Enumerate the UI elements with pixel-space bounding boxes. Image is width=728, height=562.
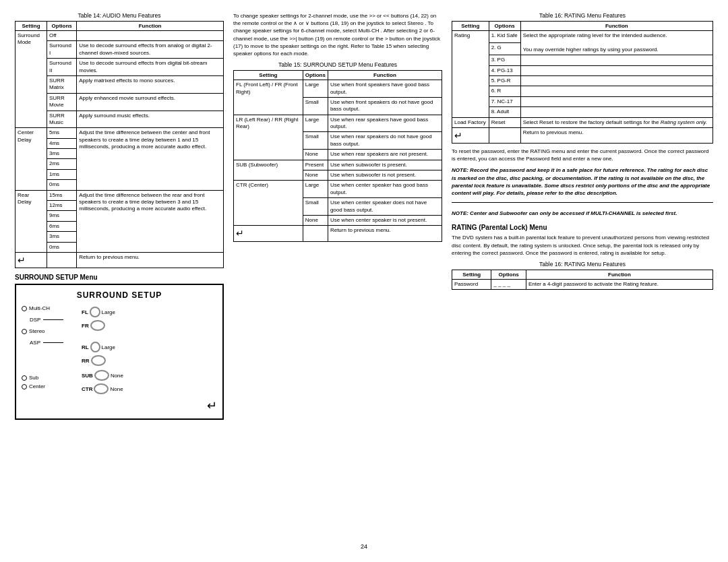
option-15ms: 15ms: [47, 190, 76, 200]
table-row: CTR (Center) Large Use when center speak…: [234, 181, 442, 198]
option-large-fl: Large: [303, 80, 328, 98]
option-none-sub: None: [303, 170, 328, 181]
option-3ms-rear: 3ms: [47, 232, 76, 242]
surround-table-title: Table 15: SURROUND SETUP Menu Features: [233, 61, 442, 68]
table-row: Rating 1. Kid Safe Select the appropriat…: [452, 31, 713, 43]
surround-col-function: Function: [328, 71, 442, 80]
option-small-lr: Small: [303, 132, 328, 150]
option-6ms: 6ms: [47, 221, 76, 231]
function-adult: [520, 107, 712, 117]
function-pg13: [520, 65, 712, 75]
table-row: FL (Front Left) / FR (Front Right) Large…: [234, 80, 442, 98]
col-left: Table 14: AUDIO Menu Features Setting Op…: [15, 12, 224, 538]
t2-col-setting: Setting: [452, 270, 491, 279]
option-pg: 3. PG: [489, 55, 520, 65]
surround-col-options: Options: [303, 71, 328, 80]
table-row: LR (Left Rear) / RR (Right Rear) Large U…: [234, 115, 442, 132]
multi-ch-radio-row: Multi-CH: [22, 305, 79, 311]
option-none-ctr: None: [303, 215, 328, 225]
sub-radio-row: Sub: [22, 375, 79, 381]
back-option-surround: [303, 226, 328, 241]
rr-label: RR: [82, 358, 90, 364]
t2-col-function: Function: [526, 270, 712, 279]
option-small-ctr: Small: [303, 198, 328, 216]
lr-rr-setting: LR (Left Rear) / RR (Right Rear): [234, 115, 303, 160]
password-setting: Password: [452, 279, 491, 289]
option-g: 2. G: [489, 43, 520, 55]
table-row: 6. R: [452, 86, 713, 96]
function-large-lr: Use when rear speakers have good bass ou…: [328, 115, 442, 132]
back-arrow-surround: ↵: [234, 226, 303, 241]
page: Table 14: AUDIO Menu Features Setting Op…: [0, 0, 728, 562]
none1-label: None: [111, 373, 123, 379]
ctr-bold-label: CTR: [82, 386, 92, 392]
col-header-options: Options: [47, 22, 76, 31]
rating-setting: Rating: [452, 31, 489, 118]
rating-note1: NOTE: Record the password and keep it in…: [452, 166, 713, 197]
function-pg: [520, 55, 712, 65]
back-function-surround: Return to previous menu.: [328, 226, 442, 241]
center-radio-row: Center: [22, 383, 79, 389]
option-large-ctr: Large: [303, 181, 328, 198]
option-surr-music: SURR Music: [47, 111, 76, 128]
back-function-rating: Return to previous menu.: [520, 127, 712, 143]
center-delay-setting: Center Delay: [16, 128, 47, 190]
option-off: Off: [47, 31, 76, 41]
dsp-label: DSP: [30, 317, 40, 323]
stereo-radio-row: Stereo: [22, 328, 79, 334]
multi-ch-radio: [22, 306, 27, 311]
function-reset: Select Reset to restore the factory defa…: [520, 117, 712, 127]
table-row: SURR Music Apply surround music effects.: [16, 111, 224, 128]
option-large-lr: Large: [303, 115, 328, 132]
option-present: Present: [303, 160, 328, 170]
table-row: Load Factory Reset Select Reset to resto…: [452, 117, 713, 127]
rating-col-options: Options: [489, 22, 520, 31]
option-none-lr: None: [303, 150, 328, 160]
back-option-rating: [489, 127, 520, 143]
back-arrow-left: ↵: [16, 252, 47, 268]
function-none-ctr: Use when center speaker is not present.: [328, 215, 442, 225]
note2-text: NOTE: Center and Subwoofer can only be a…: [452, 210, 677, 216]
table-row: 8. Adult: [452, 107, 713, 117]
table-row: 7. NC-17: [452, 96, 713, 106]
rating-note2: NOTE: Center and Subwoofer can only be a…: [452, 210, 713, 217]
table-row: Password _ _ _ _ Enter a 4-digit passwor…: [452, 279, 713, 289]
large2-label: Large: [102, 344, 115, 350]
rating-col-function: Function: [520, 22, 712, 31]
function-surr-movie: Apply enhanced movie surround effects.: [77, 93, 224, 111]
table-row: Center Delay 5ms Adjust the time differe…: [16, 128, 224, 138]
function-large-fl: Use when front speakers have good bass o…: [328, 80, 442, 98]
function-surr-matrix: Apply matrixed effects to mono sources.: [77, 75, 224, 93]
rating-table1-title: Table 16: RATING Menu Features: [452, 12, 713, 19]
option-0ms: 0ms: [47, 180, 76, 190]
table-row: 3. PG: [452, 55, 713, 65]
fl-fr-setting: FL (Front Left) / FR (Front Right): [234, 80, 303, 115]
sub-label: Sub: [29, 375, 38, 381]
option-9ms: 9ms: [47, 211, 76, 221]
surround-col-setting: Setting: [234, 71, 303, 80]
rating-menu-table1: Setting Options Function Rating 1. Kid S…: [452, 21, 713, 144]
multi-ch-label: Multi-CH: [29, 305, 50, 311]
option-surround-ii: Surround II: [47, 59, 76, 76]
col-middle: To change speaker settings for 2-channel…: [233, 12, 442, 538]
function-off: [77, 31, 224, 41]
function-none-sub: Use when subwoofer is not present.: [328, 170, 442, 181]
function-small-ctr: Use when center speaker does not have go…: [328, 198, 442, 216]
option-5ms: 5ms: [47, 128, 76, 138]
function-large-ctr: Use when center speaker has good bass ou…: [328, 181, 442, 198]
surround-box-title: SURROUND SETUP: [22, 290, 217, 300]
load-factory-setting: Load Factory: [452, 117, 489, 127]
function-pgr: [520, 75, 712, 86]
middle-para: To change speaker settings for 2-channel…: [233, 12, 442, 57]
t2-col-options: Options: [491, 270, 526, 279]
option-surr-movie: SURR Movie: [47, 93, 76, 111]
option-1ms: 1ms: [47, 169, 76, 179]
table-row: 5. PG-R: [452, 75, 713, 86]
table-row: SURR Matrix Apply matrixed effects to mo…: [16, 75, 224, 93]
rating-para2: To reset the password, enter the RATING …: [452, 148, 713, 162]
rating-menu-table2: Setting Options Function Password _ _ _ …: [452, 270, 713, 290]
col-header-function: Function: [77, 22, 224, 31]
stereo-label: Stereo: [29, 328, 45, 334]
table-row: Surround II Use to decode surround effec…: [16, 59, 224, 76]
option-r: 6. R: [489, 86, 520, 96]
